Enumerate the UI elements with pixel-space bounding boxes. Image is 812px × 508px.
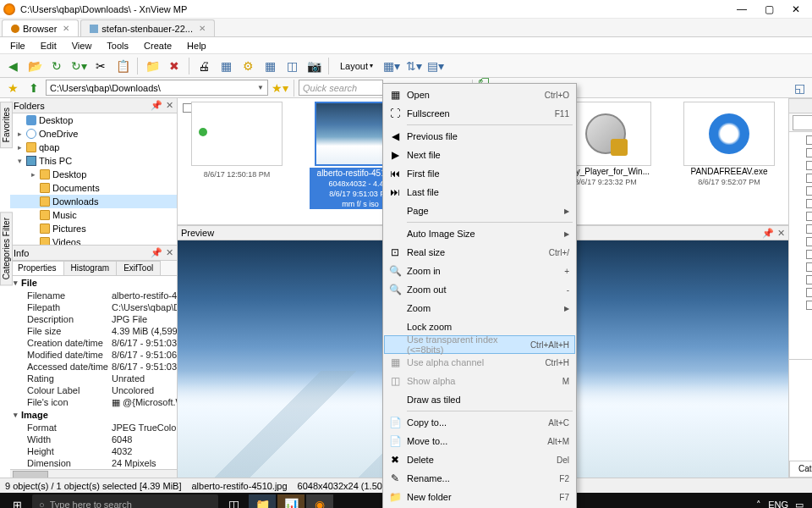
menu-item-first-file[interactable]: ⏮First file bbox=[385, 164, 574, 183]
category-checkbox[interactable] bbox=[806, 275, 812, 284]
start-button[interactable]: ⊞ bbox=[3, 494, 30, 508]
filter-button[interactable]: ▤▾ bbox=[426, 57, 445, 75]
menu-item-lock-zoom[interactable]: Lock zoom bbox=[385, 318, 574, 336]
panel-close-icon[interactable]: ✕ bbox=[166, 247, 173, 258]
category-row[interactable]: ographs bbox=[789, 172, 812, 185]
categories-list[interactable]: osingseographsAnimalsamilylowersriendsan… bbox=[789, 132, 812, 359]
category-search-input[interactable] bbox=[793, 115, 812, 130]
category-row[interactable]: ortraits bbox=[789, 261, 812, 273]
menu-item-zoom-out[interactable]: 🔍Zoom out- bbox=[385, 280, 574, 299]
nav-star-button[interactable]: ★ bbox=[3, 79, 22, 97]
property-group-header[interactable]: ▾Image bbox=[10, 408, 177, 422]
category-row[interactable]: os bbox=[789, 299, 812, 312]
sort-button[interactable]: ⇅▾ bbox=[404, 57, 423, 75]
menu-edit[interactable]: Edit bbox=[34, 39, 63, 52]
menu-item-copy-to-[interactable]: 📄Copy to...Alt+C bbox=[385, 413, 574, 432]
menu-tools[interactable]: Tools bbox=[100, 39, 135, 52]
menu-file[interactable]: File bbox=[3, 39, 32, 52]
category-checkbox[interactable] bbox=[806, 237, 812, 246]
menu-item-draw-as-tiled[interactable]: Draw as tiled bbox=[385, 390, 574, 409]
nav-up-button[interactable]: ⬆ bbox=[25, 79, 43, 97]
categories-tab[interactable]: Categories bbox=[789, 461, 812, 478]
info-tab-properties[interactable]: Properties bbox=[10, 261, 64, 275]
property-group-header[interactable]: ▾File bbox=[10, 276, 177, 290]
menu-item-previous-file[interactable]: ◀Previous file bbox=[385, 127, 574, 146]
properties-grid[interactable]: ▾FileFilenamealberto-restifo-4510.jpgFil… bbox=[10, 276, 177, 469]
system-tray[interactable]: ˄ ENG ▭ bbox=[756, 500, 809, 509]
menu-item-rename-[interactable]: ✎Rename...F2 bbox=[385, 469, 574, 488]
category-row[interactable]: os bbox=[789, 134, 812, 146]
convert-button[interactable]: ⚙ bbox=[239, 57, 257, 75]
tree-twist-icon[interactable]: ▸ bbox=[29, 170, 37, 179]
category-row[interactable]: lowers bbox=[789, 210, 812, 223]
refresh-button[interactable]: ↻ bbox=[47, 57, 66, 75]
panel-close-icon[interactable]: ✕ bbox=[166, 100, 173, 111]
category-checkbox[interactable] bbox=[806, 135, 812, 145]
favorite-star-button[interactable]: ★▾ bbox=[271, 79, 289, 97]
category-row[interactable]: ures bbox=[789, 286, 812, 299]
task-view-button[interactable]: ◫ bbox=[220, 494, 247, 508]
menu-create[interactable]: Create bbox=[137, 39, 178, 52]
menu-item-zoom-in[interactable]: 🔍Zoom in+ bbox=[385, 262, 574, 280]
close-button[interactable]: ✕ bbox=[783, 2, 809, 17]
tree-twist-icon[interactable]: ▸ bbox=[15, 143, 24, 152]
category-checkbox[interactable] bbox=[806, 199, 812, 208]
path-dropdown-icon[interactable]: ▼ bbox=[257, 84, 264, 91]
tree-row[interactable]: ▸qbap bbox=[10, 141, 177, 154]
back-button[interactable]: ◀ bbox=[3, 57, 22, 75]
category-checkbox[interactable] bbox=[806, 186, 812, 196]
quick-search-input[interactable]: Quick search bbox=[299, 80, 383, 96]
taskbar-app-1[interactable]: 📁 bbox=[249, 494, 276, 508]
folder-up-button[interactable]: 📁 bbox=[143, 57, 162, 75]
menu-item-next-file[interactable]: ▶Next file bbox=[385, 146, 574, 164]
category-checkbox[interactable] bbox=[806, 301, 812, 310]
taskbar-app-xnview[interactable]: ◉ bbox=[306, 494, 333, 508]
copy-button[interactable]: 📋 bbox=[113, 57, 132, 75]
refresh-dropdown[interactable]: ↻▾ bbox=[69, 57, 88, 75]
tab-image[interactable]: stefan-stenbauer-22... ✕ bbox=[80, 19, 215, 36]
layout-button[interactable]: Layout ▾ bbox=[334, 57, 379, 75]
menu-item-real-size[interactable]: ⊡Real sizeCtrl+/ bbox=[385, 243, 574, 262]
tray-chevron-icon[interactable]: ˄ bbox=[756, 500, 761, 509]
open-button[interactable]: 📂 bbox=[25, 57, 44, 75]
tree-twist-icon[interactable]: ▾ bbox=[15, 157, 24, 165]
horizontal-scrollbar[interactable] bbox=[10, 469, 177, 478]
taskbar-search[interactable]: ○ Type here to search bbox=[32, 494, 218, 508]
tree-row[interactable]: Videos bbox=[10, 235, 177, 246]
thumbnail-item[interactable]: PANDAFREEAV.exe8/6/17 9:52:07 PM bbox=[678, 102, 780, 221]
thumbnails-view-button[interactable]: ▦▾ bbox=[382, 57, 401, 75]
panel-pin-icon[interactable]: 📌 bbox=[151, 247, 162, 258]
path-input[interactable]: C:\Users\qbap\Downloads\ ▼ bbox=[46, 80, 268, 96]
tree-twist-icon[interactable]: ▸ bbox=[15, 130, 24, 138]
tray-language[interactable]: ENG bbox=[768, 500, 788, 508]
tree-row[interactable]: Pictures bbox=[10, 222, 177, 235]
menu-item-page[interactable]: Page▶ bbox=[385, 202, 574, 220]
category-row[interactable]: riends bbox=[789, 223, 812, 235]
category-row[interactable]: ravel bbox=[789, 273, 812, 286]
tree-row[interactable]: Desktop bbox=[10, 113, 177, 127]
category-checkbox[interactable] bbox=[806, 224, 812, 234]
category-checkbox[interactable] bbox=[806, 288, 812, 297]
tree-row[interactable]: ▾This PC bbox=[10, 154, 177, 168]
folder-tree[interactable]: Desktop▸OneDrive▸qbap▾This PC▸DesktopDoc… bbox=[10, 113, 177, 246]
delete-button[interactable]: ✖ bbox=[165, 57, 184, 75]
menu-item-new-folder[interactable]: 📁New folderF7 bbox=[385, 488, 574, 506]
maximize-button[interactable]: ▢ bbox=[756, 2, 782, 17]
fullscreen-toggle-button[interactable]: ◱ bbox=[790, 79, 809, 97]
menu-item-move-to-[interactable]: 📄Move to...Alt+M bbox=[385, 432, 574, 450]
tree-row[interactable]: ▸Desktop bbox=[10, 168, 177, 181]
thumbnail-item[interactable]: 8/6/17 12:50:18 PM bbox=[186, 102, 288, 221]
tab-close-icon[interactable]: ✕ bbox=[199, 24, 206, 33]
tab-close-icon[interactable]: ✕ bbox=[63, 24, 69, 33]
menu-item-last-file[interactable]: ⏭Last file bbox=[385, 183, 574, 202]
slideshow-button[interactable]: ▦ bbox=[217, 57, 235, 75]
category-checkbox[interactable] bbox=[806, 148, 812, 157]
menu-item-delete[interactable]: ✖DeleteDel bbox=[385, 450, 574, 469]
menu-item-open[interactable]: ▦OpenCtrl+O bbox=[385, 86, 574, 104]
sidetab-categories-filter[interactable]: Categories Filter bbox=[0, 212, 13, 285]
print-button[interactable]: 🖨 bbox=[195, 57, 213, 75]
category-checkbox[interactable] bbox=[806, 174, 812, 183]
tree-row[interactable]: Downloads bbox=[10, 195, 177, 208]
panel-pin-icon[interactable]: 📌 bbox=[151, 100, 162, 111]
category-row[interactable]: e bbox=[789, 159, 812, 172]
